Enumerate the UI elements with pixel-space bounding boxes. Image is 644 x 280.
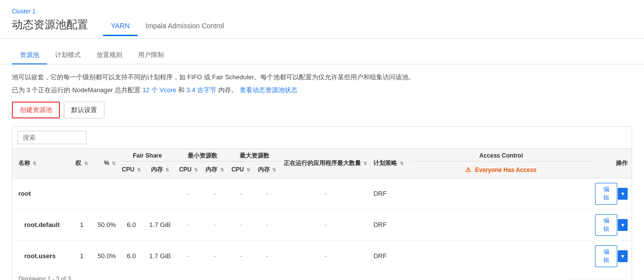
- th-access-control-group: Access Control: [410, 149, 592, 162]
- pools-table-container: 名称 ⇅ 权 ⇅ % ⇅ Fair Share: [12, 126, 632, 280]
- edit-button-root-users[interactable]: 编辑: [595, 245, 617, 267]
- tab-yarn[interactable]: YARN: [103, 17, 138, 36]
- th-weight[interactable]: 权 ⇅: [72, 149, 92, 178]
- vcore-link[interactable]: 12 个 Vcore: [143, 86, 177, 94]
- table-row: root.users 1 50.0% 6.0 1.7 GiB - - - - -…: [12, 240, 632, 272]
- subtab-pools[interactable]: 资源池: [12, 47, 47, 64]
- th-scheduling[interactable]: 计划策略 ⇅: [370, 149, 410, 178]
- info-and: 和: [176, 86, 186, 94]
- page-title: 动态资源池配置: [12, 17, 88, 32]
- mem-link[interactable]: 3.4 吉字节: [187, 86, 217, 94]
- content-area: 池可以嵌套，它的每一个级别都可以支持不同的计划程序，如 FIFO 或 Fair …: [0, 64, 644, 280]
- sub-tabs: 资源池 计划模式 放置规则 用户限制: [0, 39, 644, 64]
- info-prefix: 已为 3 个正在运行的 NodeManager 总共配置: [12, 86, 143, 94]
- sort-arrows-weight: ⇅: [84, 161, 88, 166]
- cell-name-root-users: root.users: [12, 240, 72, 272]
- create-pool-button[interactable]: 创建资源池: [12, 102, 60, 118]
- th-min-resource-group: 最小资源数: [176, 149, 229, 162]
- info-suffix: 内存。: [216, 86, 238, 94]
- dropdown-button-root-default[interactable]: ▾: [618, 219, 628, 231]
- search-bar: [12, 127, 632, 149]
- subtab-scheduling[interactable]: 计划模式: [47, 47, 89, 64]
- th-running-apps[interactable]: 正在运行的应用程序最大数量 ⇅: [281, 149, 370, 178]
- ops-root-default: 编辑 ▾: [595, 214, 628, 236]
- th-everyone-has-access: ⚠ Everyone Has Access: [410, 161, 592, 178]
- th-max-resource-group: 最大资源数: [228, 149, 281, 162]
- info-line: 已为 3 个正在运行的 NodeManager 总共配置 12 个 Vcore …: [12, 86, 632, 95]
- edit-button-root[interactable]: 编辑: [595, 183, 617, 205]
- pool-status-link[interactable]: 查看动态资源池状态: [240, 86, 297, 94]
- th-operations: 操作: [592, 149, 632, 178]
- th-percent[interactable]: % ⇅: [92, 149, 119, 178]
- sort-arrows-name: ⇅: [33, 161, 37, 166]
- table-body: root - - - - - DRF: [12, 178, 632, 272]
- th-name[interactable]: 名称 ⇅: [12, 149, 72, 178]
- tab-impala[interactable]: Impala Admission Control: [138, 17, 232, 36]
- th-fair-cpu[interactable]: CPU ⇅: [119, 161, 144, 178]
- description-text: 池可以嵌套，它的每一个级别都可以支持不同的计划程序，如 FIFO 或 Fair …: [12, 72, 632, 83]
- dropdown-button-root-users[interactable]: ▾: [618, 250, 628, 262]
- header: Cluster 1 动态资源池配置 YARN Impala Admission …: [0, 0, 644, 39]
- search-input[interactable]: [17, 131, 87, 144]
- ops-root-users: 编辑 ▾: [595, 245, 628, 267]
- table-row: root.default 1 50.0% 6.0 1.7 GiB - - - -…: [12, 209, 632, 240]
- page-container: Cluster 1 动态资源池配置 YARN Impala Admission …: [0, 0, 644, 280]
- th-min-cpu[interactable]: CPU ⇅: [176, 161, 201, 178]
- main-tabs: YARN Impala Admission Control: [103, 17, 232, 36]
- edit-button-root-default[interactable]: 编辑: [595, 214, 617, 236]
- subtab-limits[interactable]: 用户限制: [130, 47, 172, 64]
- dropdown-button-root[interactable]: ▾: [618, 188, 628, 200]
- subtab-placement[interactable]: 放置规则: [89, 47, 130, 64]
- table-row: root - - - - - DRF: [12, 178, 632, 209]
- sort-arrows-sched: ⇅: [400, 161, 404, 166]
- action-buttons: 创建资源池 默认设置: [12, 102, 632, 118]
- th-fair-mem[interactable]: 内存 ⇅: [144, 161, 176, 178]
- th-fair-share-group: Fair Share: [119, 149, 176, 162]
- th-min-mem[interactable]: 内存 ⇅: [201, 161, 228, 178]
- defaults-button[interactable]: 默认设置: [64, 102, 104, 118]
- cell-name-root-default: root.default: [12, 209, 72, 240]
- sort-arrows-running: ⇅: [363, 161, 367, 166]
- ops-root: 编辑 ▾: [595, 183, 628, 205]
- sort-arrows-pct: ⇅: [112, 161, 116, 166]
- breadcrumb[interactable]: Cluster 1: [12, 8, 632, 15]
- cell-name-root: root: [12, 178, 72, 209]
- pools-table: 名称 ⇅ 权 ⇅ % ⇅ Fair Share: [12, 149, 632, 272]
- th-max-cpu[interactable]: CPU ⇅: [228, 161, 253, 178]
- status-footer: Displaying 1 - 3 of 3: [12, 272, 632, 280]
- th-max-mem[interactable]: 内存 ⇅: [253, 161, 281, 178]
- warning-icon: ⚠: [465, 166, 471, 173]
